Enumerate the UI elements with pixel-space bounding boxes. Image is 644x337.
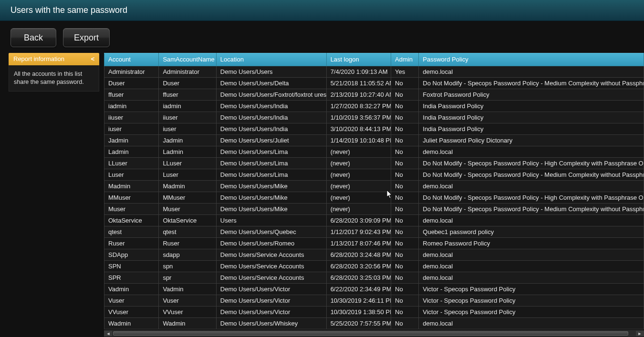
report-info-title: Report information (13, 55, 64, 62)
cell-location: Demo Users/Users/Delta (216, 78, 326, 89)
cell-policy: demo.local (419, 249, 644, 261)
cell-policy: India Password Policy (419, 123, 644, 135)
table-row[interactable]: qtestqtestDemo Users/Users/Quebec1/12/20… (104, 226, 644, 238)
cell-location: Demo Users/Users/Romeo (216, 238, 326, 249)
cell-admin: No (391, 123, 419, 135)
export-button[interactable]: Export (63, 28, 110, 47)
cell-sam: LLuser (159, 158, 216, 169)
scroll-right-icon[interactable]: ► (636, 331, 644, 336)
cell-location: Demo Users/Users/Victor (216, 284, 326, 295)
column-header-lastlogon[interactable]: Last logon (326, 53, 391, 66)
cell-admin: No (391, 295, 419, 306)
cell-sam: VVuser (159, 306, 216, 318)
table-row[interactable]: ffuserffuserDemo Users/Users/Foxtrot/fox… (104, 89, 644, 101)
cell-admin: No (391, 306, 419, 318)
toolbar: Back Export (0, 21, 644, 53)
table-row[interactable]: SPRsprDemo Users/Service Accounts6/28/20… (104, 272, 644, 284)
cell-policy: Foxtrot Password Policy (419, 89, 644, 101)
table-row[interactable]: AdministratorAdministratorDemo Users/Use… (104, 66, 644, 78)
cell-admin: No (391, 169, 419, 181)
table-row[interactable]: LLuserLLuserDemo Users/Users/Lima(never)… (104, 158, 644, 169)
cell-sam: Vuser (159, 295, 216, 306)
cell-sam: qtest (159, 226, 216, 238)
table-row[interactable]: iadminiadminDemo Users/Users/India1/27/2… (104, 101, 644, 112)
cell-location: Demo Users/Users (216, 66, 326, 78)
cell-admin: No (391, 284, 419, 295)
cell-account: Wadmin (104, 318, 159, 329)
table-row[interactable]: OktaServiceOktaServiceUsers6/28/2020 3:0… (104, 215, 644, 226)
page-title: Users with the same password (10, 5, 127, 15)
cell-admin: No (391, 318, 419, 329)
table-row[interactable]: MMuserMMuserDemo Users/Users/Mike(never)… (104, 192, 644, 204)
table-row[interactable]: DuserDuserDemo Users/Users/Delta5/21/201… (104, 78, 644, 89)
horizontal-scrollbar[interactable]: ◄ ► (104, 330, 644, 337)
cell-location: Demo Users/Users/Lima (216, 158, 326, 169)
cell-admin: No (391, 112, 419, 123)
cell-policy: Romeo Password Policy (419, 238, 644, 249)
table-row[interactable]: SPNspnDemo Users/Service Accounts6/28/20… (104, 261, 644, 272)
table-row[interactable]: MadminMadminDemo Users/Users/Mike(never)… (104, 181, 644, 192)
column-header-location[interactable]: Location (216, 53, 326, 66)
scroll-track[interactable] (112, 331, 636, 336)
cell-lastlogon: (never) (326, 204, 391, 215)
cell-account: Luser (104, 169, 159, 181)
scroll-left-icon[interactable]: ◄ (104, 331, 112, 336)
cell-lastlogon: 6/22/2020 2:34:49 PM (326, 284, 391, 295)
cell-admin: No (391, 238, 419, 249)
cell-location: Demo Users/Users/Victor (216, 306, 326, 318)
table-row[interactable]: VuserVuserDemo Users/Users/Victor10/30/2… (104, 295, 644, 306)
table-row[interactable]: LadminLadminDemo Users/Users/Lima(never)… (104, 146, 644, 158)
cell-account: OktaService (104, 215, 159, 226)
cell-lastlogon: 1/13/2017 8:07:46 PM (326, 238, 391, 249)
cell-lastlogon: 5/25/2020 7:57:55 PM (326, 318, 391, 329)
cell-lastlogon: (never) (326, 158, 391, 169)
cell-policy: Quebec1 password policy (419, 226, 644, 238)
cell-policy: Do Not Modify - Specops Password Policy … (419, 204, 644, 215)
cell-sam: Jadmin (159, 135, 216, 146)
cell-admin: No (391, 192, 419, 204)
table-row[interactable]: RuserRuserDemo Users/Users/Romeo1/13/201… (104, 238, 644, 249)
grid-wrap: AccountSamAccountNameLocationLast logonA… (104, 53, 644, 337)
collapse-icon[interactable]: < (91, 55, 94, 62)
cell-sam: MMuser (159, 192, 216, 204)
column-header-policy[interactable]: Password Policy (419, 53, 644, 66)
report-info-header[interactable]: Report information < (9, 53, 99, 65)
cell-account: iadmin (104, 101, 159, 112)
cell-admin: No (391, 226, 419, 238)
scroll-thumb[interactable] (113, 331, 628, 336)
column-header-account[interactable]: Account (104, 53, 159, 66)
table-row[interactable]: LuserLuserDemo Users/Users/Lima(never)No… (104, 169, 644, 181)
cell-account: Ladmin (104, 146, 159, 158)
cell-account: VVuser (104, 306, 159, 318)
cell-policy: demo.local (419, 181, 644, 192)
table-row[interactable]: VVuserVVuserDemo Users/Users/Victor10/30… (104, 306, 644, 318)
cell-policy: Victor - Specops Password Policy (419, 306, 644, 318)
cell-location: Demo Users/Service Accounts (216, 272, 326, 284)
title-bar: Users with the same password (0, 0, 644, 21)
column-header-admin[interactable]: Admin (391, 53, 419, 66)
cell-policy: Do Not Modify - Specops Password Policy … (419, 78, 644, 89)
cell-lastlogon: 10/30/2019 2:46:11 PM (326, 295, 391, 306)
cell-sam: iiuser (159, 112, 216, 123)
column-header-sam[interactable]: SamAccountName (159, 53, 216, 66)
cell-lastlogon: (never) (326, 169, 391, 181)
cell-admin: No (391, 158, 419, 169)
cell-admin: No (391, 101, 419, 112)
table-row[interactable]: WadminWadminDemo Users/Users/Whiskey5/25… (104, 318, 644, 329)
table-row[interactable]: iiuseriiuserDemo Users/Users/India1/10/2… (104, 112, 644, 123)
cell-admin: No (391, 249, 419, 261)
cell-lastlogon: 3/10/2020 8:44:13 PM (326, 123, 391, 135)
cell-account: SPR (104, 272, 159, 284)
back-button[interactable]: Back (10, 28, 56, 47)
cell-sam: Madmin (159, 181, 216, 192)
cell-sam: Luser (159, 169, 216, 181)
table-row[interactable]: VadminVadminDemo Users/Users/Victor6/22/… (104, 284, 644, 295)
table-row[interactable]: iuseriuserDemo Users/Users/India3/10/202… (104, 123, 644, 135)
table-row[interactable]: MuserMuserDemo Users/Users/Mike(never)No… (104, 204, 644, 215)
cell-sam: iadmin (159, 101, 216, 112)
cell-lastlogon: (never) (326, 146, 391, 158)
cell-location: Demo Users/Users/India (216, 101, 326, 112)
table-row[interactable]: SDAppsdappDemo Users/Service Accounts6/2… (104, 249, 644, 261)
cell-lastlogon: 1/10/2019 3:56:37 PM (326, 112, 391, 123)
table-row[interactable]: JadminJadminDemo Users/Users/Juliet1/14/… (104, 135, 644, 146)
